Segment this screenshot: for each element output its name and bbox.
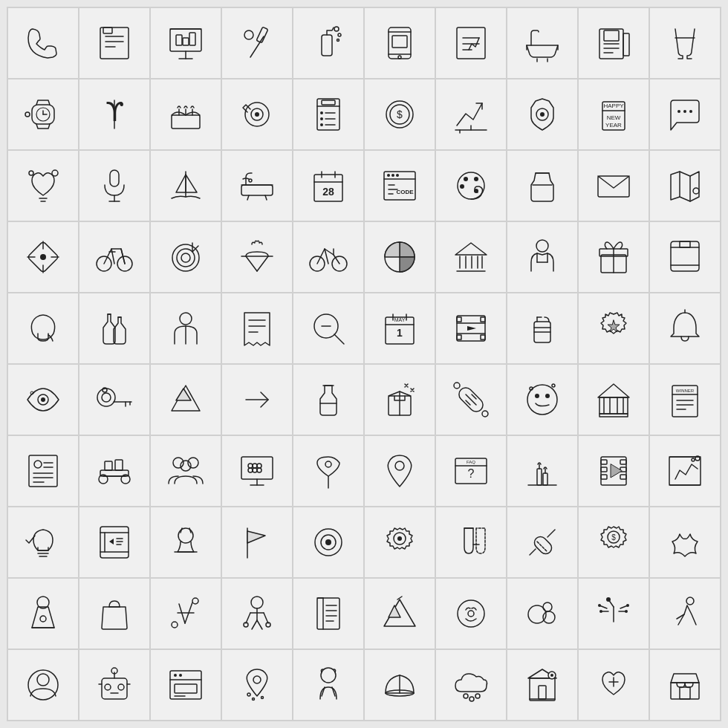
firework-icon — [579, 579, 649, 649]
svg-point-337 — [28, 670, 58, 700]
lightbulb-check-icon — [8, 507, 78, 577]
face-icon — [436, 579, 506, 649]
test-tubes-icon — [436, 507, 506, 577]
svg-point-96 — [396, 174, 399, 177]
code-icon: CODE — [365, 151, 435, 221]
svg-point-42 — [25, 112, 30, 117]
svg-point-16 — [338, 33, 341, 36]
pin-icon — [293, 436, 363, 506]
pie-chart-icon — [365, 222, 435, 292]
bottle-icon — [293, 365, 363, 435]
person-icon — [151, 293, 221, 363]
analytics-icon — [650, 436, 720, 506]
new-year-icon: HAPPYNEWYEAR — [579, 79, 649, 149]
svg-point-103 — [474, 177, 478, 181]
svg-text:NEW: NEW — [607, 114, 621, 121]
svg-rect-262 — [669, 457, 701, 485]
svg-point-361 — [464, 694, 468, 698]
svg-point-74 — [689, 110, 692, 113]
mountain2-icon — [365, 579, 435, 649]
candy-icon — [436, 365, 506, 435]
svg-point-239 — [248, 468, 253, 472]
svg-point-302 — [251, 597, 263, 608]
flag-icon — [222, 507, 292, 577]
girl-icon — [293, 650, 363, 720]
monitor-icon — [222, 436, 292, 506]
svg-point-333 — [599, 610, 602, 613]
svg-rect-22 — [392, 36, 407, 48]
map-icon — [650, 151, 720, 221]
svg-rect-46 — [172, 115, 200, 129]
svg-text:YEAR: YEAR — [605, 122, 622, 129]
svg-rect-166 — [457, 317, 461, 322]
spray-icon — [293, 8, 363, 78]
svg-text:ϒ: ϒ — [105, 97, 124, 127]
svg-text:1: 1 — [397, 327, 403, 339]
svg-rect-11 — [189, 33, 195, 45]
svg-rect-257 — [601, 475, 607, 479]
svg-point-104 — [460, 184, 464, 189]
tools-icon — [222, 8, 292, 78]
svg-rect-9 — [176, 35, 182, 45]
svg-point-266 — [692, 458, 695, 461]
svg-rect-260 — [620, 475, 626, 479]
svg-point-77 — [52, 170, 58, 176]
svg-line-124 — [246, 256, 257, 271]
mobile-icon — [365, 8, 435, 78]
dome-icon — [365, 650, 435, 720]
svg-line-156 — [334, 334, 344, 344]
shopping-bag-icon — [79, 579, 149, 649]
svg-text:$: $ — [611, 533, 616, 542]
document-icon — [79, 8, 149, 78]
svg-rect-82 — [241, 185, 273, 195]
svg-point-343 — [118, 684, 124, 690]
svg-point-197 — [454, 383, 460, 389]
svg-point-138 — [536, 240, 548, 252]
svg-line-308 — [257, 620, 262, 629]
svg-point-332 — [598, 604, 601, 607]
cake-icon — [151, 79, 221, 149]
svg-point-276 — [178, 528, 193, 543]
bank-icon — [436, 222, 506, 292]
candles-icon — [507, 436, 577, 506]
box-icon — [365, 365, 435, 435]
bubbles-icon — [507, 579, 577, 649]
svg-point-240 — [253, 468, 257, 472]
svg-point-66 — [540, 112, 545, 117]
svg-point-354 — [247, 693, 250, 696]
svg-point-59 — [320, 123, 323, 126]
search-minus-icon — [293, 293, 363, 363]
star-icon — [650, 507, 720, 577]
svg-point-349 — [174, 674, 177, 677]
eye-icon — [8, 365, 78, 435]
music-tools-icon — [151, 579, 221, 649]
team-icon — [151, 436, 221, 506]
calendar-28-icon: 28 — [293, 151, 363, 221]
svg-rect-36 — [623, 33, 629, 56]
book-icon — [650, 222, 720, 292]
cloud-icon — [436, 650, 506, 720]
svg-point-355 — [261, 697, 264, 699]
tablet-nav-icon — [79, 507, 149, 577]
building-gear-icon — [507, 650, 577, 720]
drinks2-icon — [507, 293, 577, 363]
sailing-icon — [151, 151, 221, 221]
weight-icon — [8, 579, 78, 649]
svg-rect-288 — [532, 534, 554, 556]
svg-line-305 — [246, 613, 250, 623]
svg-rect-250 — [543, 473, 547, 485]
svg-rect-0 — [100, 27, 129, 59]
svg-rect-10 — [183, 38, 189, 45]
svg-point-15 — [334, 27, 339, 31]
bbq-icon — [222, 222, 292, 292]
fire-hose-icon — [222, 79, 292, 149]
svg-point-17 — [337, 39, 339, 42]
svg-text:?: ? — [468, 467, 475, 480]
svg-line-307 — [252, 620, 257, 629]
location-icon — [365, 436, 435, 506]
svg-point-78 — [29, 171, 33, 175]
svg-point-323 — [543, 611, 555, 623]
svg-rect-351 — [175, 684, 197, 693]
svg-text:28: 28 — [322, 186, 334, 198]
bell-icon — [650, 293, 720, 363]
